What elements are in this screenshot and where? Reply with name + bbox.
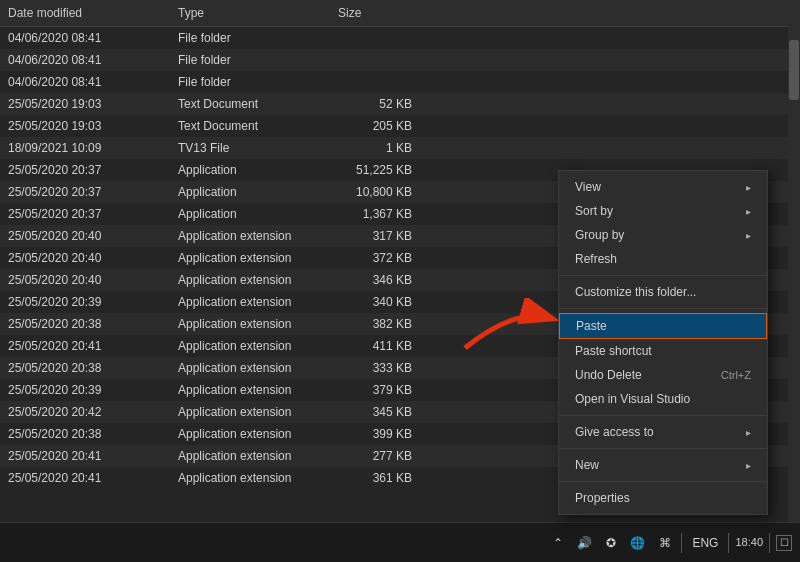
cell-date: 25/05/2020 20:40 [0, 229, 170, 243]
menu-item-label: Give access to [575, 425, 654, 439]
cell-date: 25/05/2020 20:41 [0, 339, 170, 353]
cell-size: 277 KB [330, 449, 420, 463]
submenu-arrow-icon: ▸ [746, 206, 751, 217]
table-row[interactable]: 04/06/2020 08:41 File folder [0, 71, 800, 93]
cell-date: 25/05/2020 20:37 [0, 207, 170, 221]
context-menu: View▸Sort by▸Group by▸RefreshCustomize t… [558, 170, 768, 515]
col-header-type[interactable]: Type [170, 4, 330, 22]
cell-size: 346 KB [330, 273, 420, 287]
cell-size: 340 KB [330, 295, 420, 309]
table-row[interactable]: 04/06/2020 08:41 File folder [0, 49, 800, 71]
context-menu-item-undo-delete[interactable]: Undo DeleteCtrl+Z [559, 363, 767, 387]
cell-date: 04/06/2020 08:41 [0, 31, 170, 45]
context-menu-item-group-by[interactable]: Group by▸ [559, 223, 767, 247]
cell-size: 345 KB [330, 405, 420, 419]
menu-item-label: Open in Visual Studio [575, 392, 690, 406]
menu-item-label: New [575, 458, 599, 472]
col-header-date[interactable]: Date modified [0, 4, 170, 22]
tray-separator-3 [769, 533, 770, 553]
cell-date: 04/06/2020 08:41 [0, 53, 170, 67]
cell-size: 317 KB [330, 229, 420, 243]
cell-size: 333 KB [330, 361, 420, 375]
cell-size: 382 KB [330, 317, 420, 331]
taskbar-time[interactable]: 18:40 [735, 535, 763, 550]
cell-date: 25/05/2020 20:40 [0, 251, 170, 265]
table-row[interactable]: 25/05/2020 19:03 Text Document 52 KB [0, 93, 800, 115]
cell-date: 25/05/2020 20:38 [0, 317, 170, 331]
context-menu-item-refresh[interactable]: Refresh [559, 247, 767, 271]
chevron-up-icon[interactable]: ⌃ [549, 534, 567, 552]
cell-date: 25/05/2020 20:39 [0, 295, 170, 309]
menu-item-label: Paste shortcut [575, 344, 652, 358]
menu-item-label: Refresh [575, 252, 617, 266]
cell-date: 04/06/2020 08:41 [0, 75, 170, 89]
menu-separator [559, 415, 767, 416]
submenu-arrow-icon: ▸ [746, 182, 751, 193]
cell-size: 372 KB [330, 251, 420, 265]
cell-type: Application extension [170, 405, 330, 419]
keyboard-icon[interactable]: ENG [688, 534, 722, 552]
cell-size: 411 KB [330, 339, 420, 353]
submenu-arrow-icon: ▸ [746, 460, 751, 471]
menu-item-label: Properties [575, 491, 630, 505]
wifi-icon[interactable]: ⌘ [655, 534, 675, 552]
cell-size: 51,225 KB [330, 163, 420, 177]
menu-item-shortcut: Ctrl+Z [721, 369, 751, 381]
menu-item-label: Customize this folder... [575, 285, 696, 299]
menu-separator [559, 308, 767, 309]
cell-type: Text Document [170, 97, 330, 111]
cell-type: Application extension [170, 339, 330, 353]
notification-icon[interactable]: ☐ [776, 535, 792, 551]
cell-size: 205 KB [330, 119, 420, 133]
context-menu-item-view[interactable]: View▸ [559, 175, 767, 199]
bluetooth-icon[interactable]: ✪ [602, 534, 620, 552]
cell-type: Text Document [170, 119, 330, 133]
context-menu-item-paste-shortcut[interactable]: Paste shortcut [559, 339, 767, 363]
cell-date: 25/05/2020 20:38 [0, 427, 170, 441]
cell-type: Application [170, 163, 330, 177]
cell-type: Application extension [170, 427, 330, 441]
context-menu-item-customize-this-folder[interactable]: Customize this folder... [559, 280, 767, 304]
cell-type: Application [170, 185, 330, 199]
table-row[interactable]: 04/06/2020 08:41 File folder [0, 27, 800, 49]
cell-type: File folder [170, 31, 330, 45]
cell-date: 25/05/2020 20:37 [0, 185, 170, 199]
context-menu-item-give-access-to[interactable]: Give access to▸ [559, 420, 767, 444]
cell-date: 25/05/2020 19:03 [0, 119, 170, 133]
menu-item-label: Undo Delete [575, 368, 642, 382]
context-menu-item-properties[interactable]: Properties [559, 486, 767, 510]
speaker-icon[interactable]: 🔊 [573, 534, 596, 552]
cell-date: 25/05/2020 20:39 [0, 383, 170, 397]
cell-size: 1,367 KB [330, 207, 420, 221]
network-icon[interactable]: 🌐 [626, 534, 649, 552]
cell-date: 25/05/2020 19:03 [0, 97, 170, 111]
cell-type: Application extension [170, 317, 330, 331]
menu-separator [559, 275, 767, 276]
scrollbar-thumb[interactable] [789, 40, 799, 100]
menu-item-label: Paste [576, 319, 607, 333]
cell-type: Application extension [170, 361, 330, 375]
cell-date: 18/09/2021 10:09 [0, 141, 170, 155]
cell-type: Application [170, 207, 330, 221]
context-menu-item-sort-by[interactable]: Sort by▸ [559, 199, 767, 223]
table-row[interactable]: 18/09/2021 10:09 TV13 File 1 KB [0, 137, 800, 159]
context-menu-item-open-in-visual-studio[interactable]: Open in Visual Studio [559, 387, 767, 411]
cell-date: 25/05/2020 20:38 [0, 361, 170, 375]
cell-date: 25/05/2020 20:41 [0, 449, 170, 463]
submenu-arrow-icon: ▸ [746, 427, 751, 438]
cell-size: 1 KB [330, 141, 420, 155]
scrollbar-track[interactable] [788, 0, 800, 522]
cell-type: Application extension [170, 383, 330, 397]
table-row[interactable]: 25/05/2020 19:03 Text Document 205 KB [0, 115, 800, 137]
menu-separator [559, 481, 767, 482]
cell-type: Application extension [170, 471, 330, 485]
context-menu-item-new[interactable]: New▸ [559, 453, 767, 477]
cell-size: 379 KB [330, 383, 420, 397]
tray-separator [681, 533, 682, 553]
menu-separator [559, 448, 767, 449]
menu-item-label: Sort by [575, 204, 613, 218]
cell-size: 52 KB [330, 97, 420, 111]
cell-size: 361 KB [330, 471, 420, 485]
context-menu-item-paste[interactable]: Paste [559, 313, 767, 339]
col-header-size[interactable]: Size [330, 4, 420, 22]
